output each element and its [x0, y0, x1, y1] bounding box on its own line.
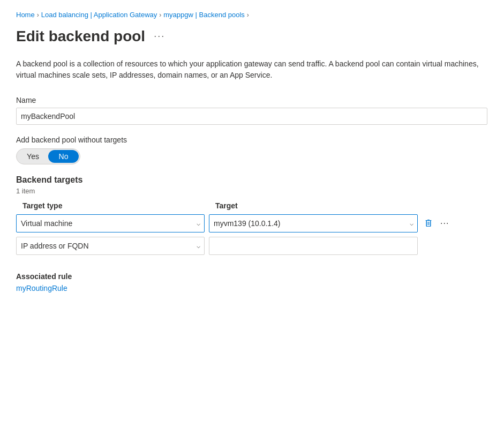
- breadcrumb-sep-1: ›: [37, 11, 39, 19]
- target-type-select-2[interactable]: IP address or FQDN Virtual machine App S…: [16, 237, 205, 255]
- target-type-select-1[interactable]: Virtual machine IP address or FQDN App S…: [16, 214, 205, 232]
- target-value-select-1[interactable]: myvm139 (10.0.1.4): [209, 214, 418, 232]
- page-ellipsis-button[interactable]: ···: [151, 29, 168, 43]
- col-header-target: Target: [209, 201, 488, 210]
- breadcrumb-backend-pools[interactable]: myappgw | Backend pools: [163, 11, 245, 19]
- row-actions-1: ···: [422, 216, 452, 230]
- backend-targets-title: Backend targets: [16, 175, 488, 185]
- trash-icon: [424, 219, 433, 228]
- page-title-row: Edit backend pool ···: [16, 27, 488, 46]
- toggle-control[interactable]: Yes No: [16, 148, 80, 164]
- item-count: 1 item: [16, 187, 488, 195]
- table-row: IP address or FQDN Virtual machine App S…: [16, 237, 488, 255]
- toggle-label: Add backend pool without targets: [16, 136, 488, 144]
- associated-rule-label: Associated rule: [16, 272, 488, 281]
- toggle-section: Add backend pool without targets Yes No: [16, 136, 488, 164]
- breadcrumb-sep-3: ›: [247, 11, 249, 19]
- delete-row-button-1[interactable]: [422, 217, 435, 230]
- description-text: A backend pool is a collection of resour…: [16, 58, 487, 81]
- target-text-input-wrapper-2: [209, 237, 418, 255]
- breadcrumb-home[interactable]: Home: [16, 11, 35, 19]
- breadcrumb: Home › Load balancing | Application Gate…: [16, 11, 488, 19]
- targets-header: Target type Target: [16, 201, 488, 210]
- toggle-yes[interactable]: Yes: [18, 150, 48, 163]
- breadcrumb-sep-2: ›: [159, 11, 161, 19]
- name-field-section: Name: [16, 96, 488, 125]
- associated-rule-section: Associated rule myRoutingRule: [16, 272, 488, 292]
- target-type-select-wrapper-1: Virtual machine IP address or FQDN App S…: [16, 214, 205, 232]
- more-actions-button-1[interactable]: ···: [437, 216, 452, 230]
- target-text-input-2[interactable]: [209, 237, 418, 255]
- table-row: Virtual machine IP address or FQDN App S…: [16, 214, 488, 232]
- toggle-no[interactable]: No: [48, 150, 79, 163]
- target-type-select-wrapper-2: IP address or FQDN Virtual machine App S…: [16, 237, 205, 255]
- backend-targets-section: Backend targets 1 item Target type Targe…: [16, 175, 488, 255]
- name-label: Name: [16, 96, 488, 104]
- page-title: Edit backend pool: [16, 27, 145, 46]
- breadcrumb-load-balancing[interactable]: Load balancing | Application Gateway: [41, 11, 157, 19]
- target-value-select-wrapper-1: myvm139 (10.0.1.4) ⌵: [209, 214, 418, 232]
- routing-rule-link[interactable]: myRoutingRule: [16, 284, 67, 292]
- name-input[interactable]: [16, 108, 487, 125]
- col-header-target-type: Target type: [16, 201, 209, 210]
